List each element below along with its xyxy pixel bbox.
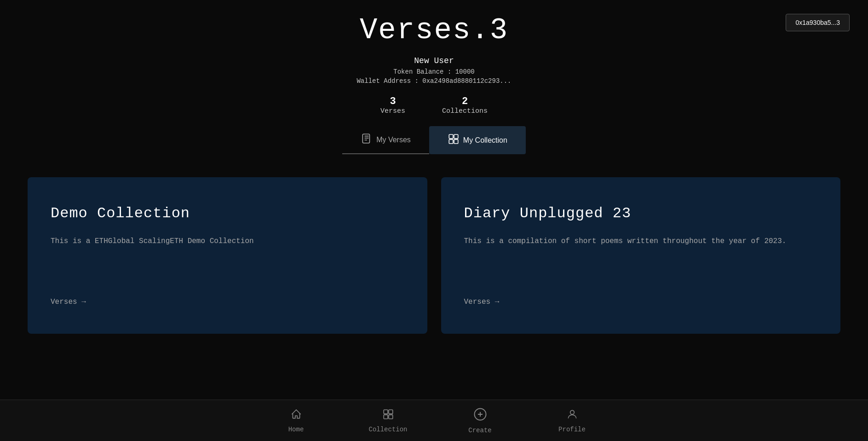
tab-my-verses[interactable]: My Verses [342,126,429,154]
svg-rect-1 [449,134,453,139]
verses-count: 3 [380,96,405,107]
svg-rect-3 [449,139,453,144]
card-diary-collection[interactable]: Diary Unplugged 23 This is a compilation… [441,177,841,334]
user-name: New User [0,56,868,65]
create-icon [473,407,487,424]
card-demo-description: This is a ETHGlobal ScalingETH Demo Coll… [51,236,404,248]
app-title: Verses.3 [0,14,868,47]
wallet-badge-button[interactable]: 0x1a930ba5...3 [786,14,850,31]
tab-my-collection[interactable]: My Collection [429,126,526,154]
wallet-address: Wallet Address : 0xa2498ad8880112c293... [0,77,868,85]
verses-label: Verses [380,107,405,115]
svg-rect-2 [454,134,458,139]
token-balance: Token Balance : 10000 [0,68,868,75]
card-diary-description: This is a compilation of short poems wri… [464,236,818,248]
card-demo-link[interactable]: Verses → [51,298,404,306]
bottom-nav: Home Collection Create Pro [0,400,868,441]
svg-rect-4 [454,139,458,144]
svg-rect-5 [384,410,388,414]
verses-tab-icon [361,133,373,147]
svg-rect-8 [389,415,393,419]
tab-my-verses-label: My Verses [376,136,411,144]
user-info: New User Token Balance : 10000 Wallet Ad… [0,56,868,85]
collections-label: Collections [442,107,488,115]
nav-profile-label: Profile [558,426,586,433]
svg-rect-0 [362,134,369,143]
nav-home-label: Home [288,426,304,433]
header: Verses.3 0x1a930ba5...3 [0,0,868,47]
nav-collection-label: Collection [368,426,407,433]
card-demo-collection[interactable]: Demo Collection This is a ETHGlobal Scal… [28,177,427,334]
collections-count: 2 [442,96,488,107]
svg-point-10 [570,410,574,414]
card-demo-title: Demo Collection [51,205,404,222]
nav-create-label: Create [468,427,491,434]
nav-profile[interactable]: Profile [526,404,618,438]
profile-icon [566,408,578,423]
verses-stat: 3 Verses [380,96,405,115]
collection-nav-icon [382,408,394,423]
home-icon [290,408,302,423]
nav-create[interactable]: Create [434,403,526,439]
nav-collection[interactable]: Collection [342,404,434,438]
svg-rect-7 [384,415,388,419]
svg-rect-6 [389,410,393,414]
collection-tab-icon [448,133,460,147]
nav-home[interactable]: Home [250,404,342,438]
collections-stat: 2 Collections [442,96,488,115]
cards-container: Demo Collection This is a ETHGlobal Scal… [0,159,868,352]
tab-my-collection-label: My Collection [463,136,507,145]
card-diary-link[interactable]: Verses → [464,298,818,306]
stats-section: 3 Verses 2 Collections [0,96,868,115]
tabs-bar: My Verses My Collection [0,126,868,154]
card-diary-title: Diary Unplugged 23 [464,205,818,222]
